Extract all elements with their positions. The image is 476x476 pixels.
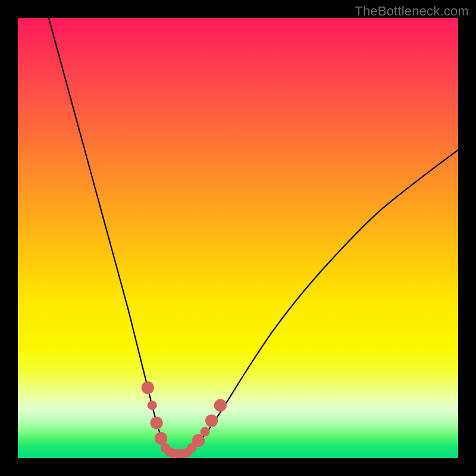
curve-marker bbox=[155, 432, 167, 444]
curve-marker bbox=[142, 381, 154, 394]
watermark-text: TheBottleneck.com bbox=[355, 4, 469, 19]
curve-marker bbox=[205, 414, 218, 427]
curve-marker bbox=[148, 400, 157, 410]
curve-marker bbox=[214, 399, 227, 412]
bottleneck-curve bbox=[49, 18, 458, 455]
curve-marker bbox=[201, 427, 210, 437]
chart-plot-area bbox=[18, 18, 458, 458]
curve-svg bbox=[18, 18, 458, 458]
curve-markers bbox=[142, 381, 227, 458]
curve-marker bbox=[150, 416, 162, 429]
curve-marker bbox=[192, 434, 205, 447]
